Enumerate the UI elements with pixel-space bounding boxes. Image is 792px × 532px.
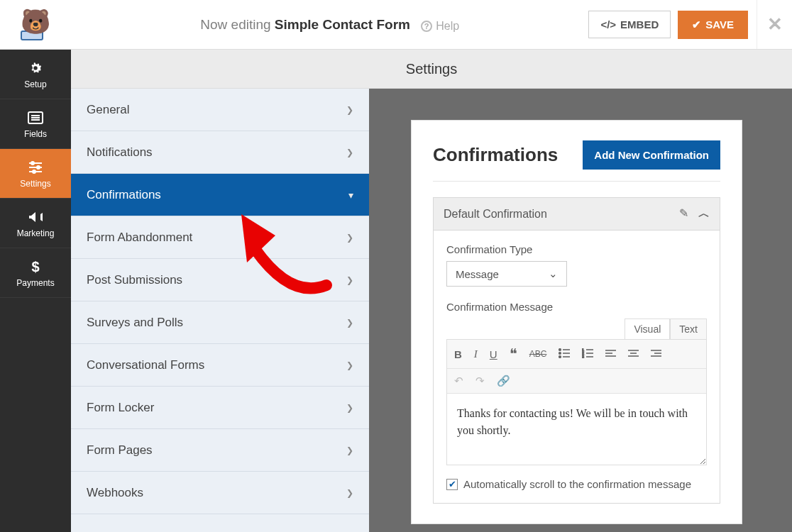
rail-label: Payments (16, 278, 54, 288)
top-buttons: </> EMBED ✔ SAVE (588, 11, 757, 39)
rail-item-payments[interactable]: $ Payments (0, 248, 71, 298)
rail-label: Settings (20, 179, 50, 189)
help-link[interactable]: ? Help (421, 20, 459, 33)
message-textarea[interactable]: Thanks for contacting us! We will be in … (447, 394, 706, 465)
svg-point-7 (37, 166, 40, 169)
toolbar-row-2: ↶ ↷ 🔗 (447, 369, 706, 394)
subnav-item-post-submissions[interactable]: Post Submissions (71, 259, 369, 301)
editing-title: Now editing Simple Contact Form ? Help (71, 17, 588, 33)
svg-point-9 (33, 170, 35, 173)
chevron-right-icon (346, 105, 353, 115)
rich-editor: B I U ❝ ABC 123 (446, 339, 707, 465)
chevron-right-icon (346, 233, 353, 243)
subnav-item-conversational-forms[interactable]: Conversational Forms (71, 344, 369, 387)
svg-point-11 (559, 348, 561, 350)
chevron-up-icon[interactable]: ︿ (698, 206, 710, 221)
message-label: Confirmation Message (446, 301, 707, 313)
accordion-header[interactable]: Default Confirmation ✎ ︿ (434, 198, 720, 231)
subnav-item-form-abandonment[interactable]: Form Abandonment (71, 216, 369, 259)
form-name: Simple Contact Form (275, 17, 410, 32)
panel-wrap: Confirmations Add New Confirmation Defau… (369, 89, 792, 532)
svg-point-5 (31, 162, 34, 165)
chevron-right-icon (346, 275, 353, 285)
accordion-body: Confirmation Type Message ⌄ Confirmation… (434, 231, 720, 503)
rail-label: Setup (24, 79, 46, 89)
save-button[interactable]: ✔ SAVE (678, 11, 748, 39)
list-icon (27, 109, 44, 126)
subnav-item-general[interactable]: General (71, 89, 369, 131)
chevron-down-icon: ⌄ (549, 267, 558, 280)
check-icon: ✔ (692, 18, 701, 31)
chevron-right-icon (346, 403, 353, 413)
chevron-right-icon (346, 488, 353, 498)
help-icon: ? (421, 21, 432, 32)
rail-label: Fields (24, 129, 47, 139)
subnav-item-notifications[interactable]: Notifications (71, 131, 369, 174)
autoscroll-row[interactable]: ✔ Automatically scroll to the confirmati… (446, 478, 707, 490)
autoscroll-label: Automatically scroll to the confirmation… (463, 478, 691, 490)
confirmation-accordion: Default Confirmation ✎ ︿ Confirmation Ty… (433, 197, 720, 504)
dollar-icon: $ (27, 258, 44, 275)
nav-rail: Setup Fields Settings Marketing $ Paymen… (0, 50, 71, 532)
toolbar-row-1: B I U ❝ ABC 123 (447, 340, 706, 369)
rail-item-settings[interactable]: Settings (0, 149, 71, 199)
embed-button[interactable]: </> EMBED (588, 11, 671, 38)
subnav-item-webhooks[interactable]: Webhooks (71, 472, 369, 514)
panel-title: Confirmations (433, 144, 558, 166)
chevron-right-icon (346, 445, 353, 455)
type-label: Confirmation Type (446, 243, 707, 255)
quote-icon[interactable]: ❝ (510, 345, 517, 362)
save-label: SAVE (705, 18, 734, 31)
tab-text[interactable]: Text (670, 318, 707, 339)
editing-prefix: Now editing (200, 17, 270, 32)
embed-label: EMBED (620, 18, 659, 31)
editor-tabs: Visual Text (446, 318, 707, 339)
columns: General Notifications Confirmations Form… (71, 89, 792, 532)
settings-subnav: General Notifications Confirmations Form… (71, 89, 369, 532)
rail-label: Marketing (17, 228, 55, 238)
chevron-down-icon (348, 189, 353, 201)
chevron-right-icon (346, 318, 353, 328)
subnav-item-confirmations[interactable]: Confirmations (71, 174, 369, 216)
checkbox-icon: ✔ (446, 479, 458, 490)
confirmation-type-select[interactable]: Message ⌄ (446, 261, 567, 287)
ul-icon[interactable] (559, 348, 570, 360)
strike-icon[interactable]: ABC (529, 349, 547, 359)
select-value: Message (456, 268, 499, 280)
redo-icon[interactable]: ↷ (475, 375, 485, 387)
svg-text:$: $ (31, 259, 39, 275)
italic-icon[interactable]: I (474, 348, 478, 360)
app-logo: 🐻 (0, 9, 71, 40)
top-bar: 🐻 Now editing Simple Contact Form ? Help… (0, 0, 792, 50)
underline-icon[interactable]: U (490, 348, 497, 360)
rail-item-setup[interactable]: Setup (0, 50, 71, 99)
subnav-item-form-pages[interactable]: Form Pages (71, 429, 369, 472)
page-title: Settings (406, 61, 457, 77)
main: Setup Fields Settings Marketing $ Paymen… (0, 50, 792, 532)
align-left-icon[interactable] (605, 348, 616, 360)
chevron-right-icon (346, 148, 353, 157)
undo-icon[interactable]: ↶ (454, 375, 463, 387)
ol-icon[interactable]: 123 (582, 348, 593, 360)
pencil-icon[interactable]: ✎ (679, 206, 688, 221)
bullhorn-icon (27, 209, 44, 226)
content: Settings General Notifications Confirmat… (71, 50, 792, 532)
subnav-item-surveys-polls[interactable]: Surveys and Polls (71, 301, 369, 344)
close-icon[interactable]: ✕ (767, 13, 783, 35)
rail-item-marketing[interactable]: Marketing (0, 199, 71, 248)
svg-text:3: 3 (582, 355, 584, 358)
add-confirmation-button[interactable]: Add New Confirmation (583, 140, 720, 170)
align-center-icon[interactable] (628, 348, 639, 360)
code-icon: </> (600, 18, 616, 31)
confirmations-panel: Confirmations Add New Confirmation Defau… (412, 121, 742, 523)
align-right-icon[interactable] (651, 348, 661, 360)
chevron-right-icon (346, 360, 353, 370)
svg-point-13 (559, 352, 561, 354)
link-icon[interactable]: 🔗 (497, 375, 510, 387)
bold-icon[interactable]: B (454, 348, 462, 360)
subnav-item-form-locker[interactable]: Form Locker (71, 387, 369, 429)
gear-icon (27, 60, 44, 77)
tab-visual[interactable]: Visual (625, 318, 670, 339)
rail-item-fields[interactable]: Fields (0, 99, 71, 149)
svg-point-15 (559, 355, 561, 358)
